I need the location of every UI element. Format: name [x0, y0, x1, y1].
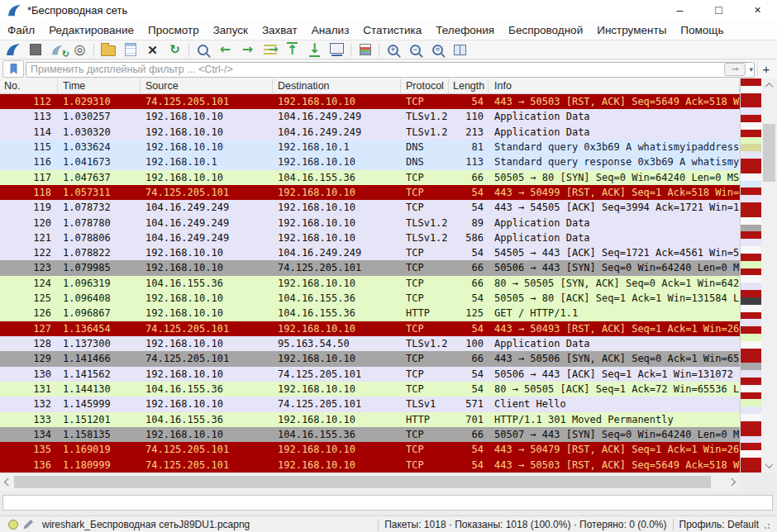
packet-row-129[interactable]: 1291.14146674.125.205.101192.168.10.10TC…	[0, 351, 740, 366]
packet-row-135[interactable]: 1351.16901974.125.205.101192.168.10.10TC…	[0, 442, 740, 457]
menu-item-analyze[interactable]: Анализ	[312, 24, 350, 36]
scroll-down-button[interactable]	[761, 458, 777, 473]
scroll-right-button[interactable]	[726, 473, 740, 491]
start-capture-button[interactable]	[2, 41, 24, 59]
scroll-up-button[interactable]	[761, 78, 777, 93]
cell-protocol: TCP	[401, 458, 449, 473]
profile-label[interactable]: Профиль: Default	[679, 519, 760, 530]
packet-row-128[interactable]: 1281.137300192.168.10.1095.163.54.50TLSv…	[0, 336, 740, 351]
menu-item-edit[interactable]: Редактирование	[49, 24, 134, 36]
packet-row-123[interactable]: 1231.079985192.168.10.1074.125.205.101TC…	[0, 260, 740, 275]
cell-time: 1.096319	[58, 276, 141, 291]
filter-history-caret-icon[interactable]: ▾	[749, 65, 753, 74]
packet-row-131[interactable]: 1311.144130104.16.155.36192.168.10.10TCP…	[0, 382, 740, 397]
restart-capture-button[interactable]: ↻	[46, 41, 69, 59]
stop-capture-button[interactable]	[24, 41, 46, 59]
column-header-source[interactable]: Source	[141, 78, 273, 93]
maximize-button[interactable]: □	[699, 0, 738, 20]
packet-row-130[interactable]: 1301.141562192.168.10.1074.125.205.101TC…	[0, 367, 740, 382]
packet-row-116[interactable]: 1161.041673192.168.10.1192.168.10.10DNS1…	[0, 154, 740, 169]
packet-row-136[interactable]: 1361.18099974.125.205.101192.168.10.10TC…	[0, 458, 740, 473]
apply-filter-button[interactable]: ➞	[724, 63, 746, 76]
find-packet-button[interactable]	[192, 41, 214, 59]
menu-item-tools[interactable]: Инструменты	[597, 24, 666, 36]
column-header-no[interactable]: No.	[0, 78, 58, 93]
capture-comment-pencil-icon[interactable]	[23, 519, 34, 530]
packet-row-124[interactable]: 1241.096319104.16.155.36192.168.10.10TCP…	[0, 276, 740, 291]
go-to-packet-button[interactable]: →	[259, 41, 281, 59]
go-to-last-button[interactable]: ↓	[303, 41, 326, 59]
display-filter-input[interactable]	[26, 62, 755, 78]
column-header-protocol[interactable]: Protocol	[401, 78, 449, 93]
resize-columns-button[interactable]	[449, 41, 471, 59]
packet-row-114[interactable]: 1141.030320192.168.10.10104.16.249.249TL…	[0, 125, 740, 140]
packet-row-117[interactable]: 1171.047637192.168.10.10104.16.155.36TCP…	[0, 170, 740, 185]
zoom-out-button[interactable]: −	[404, 41, 427, 59]
cell-source: 104.16.249.249	[141, 216, 273, 230]
cell-no: 122	[0, 245, 58, 260]
vertical-scrollbar-thumb[interactable]	[763, 124, 775, 182]
cell-no: 113	[0, 109, 58, 124]
packet-row-125[interactable]: 1251.096408192.168.10.10104.16.155.36TCP…	[0, 291, 740, 306]
packet-row-115[interactable]: 1151.033624192.168.10.10192.168.10.1DNS8…	[0, 140, 740, 154]
cell-length: 54	[449, 94, 489, 109]
filter-bookmark-button[interactable]	[2, 60, 24, 78]
reload-file-button[interactable]: ↻	[164, 41, 186, 59]
go-forward-button[interactable]: →	[236, 41, 259, 59]
packet-row-133[interactable]: 1331.151201104.16.155.36192.168.10.10HTT…	[0, 412, 740, 427]
minimap-stripe	[741, 78, 761, 86]
goto-packet-icon: →	[264, 45, 277, 55]
packet-row-122[interactable]: 1221.078822192.168.10.10104.16.249.249TC…	[0, 245, 740, 260]
vertical-scrollbar[interactable]	[761, 78, 777, 473]
go-back-button[interactable]: ←	[214, 41, 236, 59]
menu-item-file[interactable]: Файл	[7, 24, 35, 36]
zoom-original-button[interactable]: =	[427, 41, 449, 59]
column-header-destination[interactable]: Destination	[273, 78, 401, 93]
horizontal-scrollbar[interactable]	[0, 473, 740, 491]
packet-row-121[interactable]: 1211.078806104.16.249.249192.168.10.10TL…	[0, 230, 740, 245]
close-file-button[interactable]: ✕	[141, 41, 164, 59]
packet-row-113[interactable]: 1131.030257192.168.10.10104.16.249.249TL…	[0, 109, 740, 124]
horizontal-scrollbar-thumb[interactable]	[14, 476, 711, 488]
menu-item-view[interactable]: Просмотр	[148, 24, 199, 36]
zoom-in-button[interactable]: +	[382, 41, 404, 59]
cell-no: 126	[0, 306, 58, 321]
menu-item-capture[interactable]: Захват	[262, 24, 298, 36]
colorize-packets-button[interactable]	[354, 41, 376, 59]
resize-grip[interactable]	[764, 520, 772, 530]
minimize-button[interactable]: –	[660, 0, 699, 20]
packet-row-132[interactable]: 1321.145999192.168.10.1074.125.205.101TL…	[0, 397, 740, 411]
packet-row-126[interactable]: 1261.096867192.168.10.10104.16.155.36HTT…	[0, 306, 740, 321]
open-file-button[interactable]	[97, 41, 119, 59]
capture-options-button[interactable]: ◎	[69, 41, 91, 59]
add-filter-button[interactable]: +	[757, 61, 775, 77]
cell-protocol: TCP	[401, 351, 449, 366]
packet-row-120[interactable]: 1201.078780104.16.249.249192.168.10.10TL…	[0, 216, 740, 230]
packet-row-134[interactable]: 1341.158135192.168.10.10104.16.155.36TCP…	[0, 427, 740, 442]
packet-row-118[interactable]: 1181.05731174.125.205.101192.168.10.10TC…	[0, 185, 740, 200]
auto-scroll-button[interactable]	[326, 41, 348, 59]
cell-time: 1.180999	[58, 458, 141, 473]
packet-row-119[interactable]: 1191.078732104.16.249.249192.168.10.10TC…	[0, 200, 740, 215]
expert-info-icon[interactable]	[8, 520, 18, 530]
go-to-first-button[interactable]: ↑	[281, 41, 303, 59]
scroll-left-button[interactable]	[0, 473, 14, 491]
column-header-length[interactable]: Length	[449, 78, 489, 93]
wireshark-logo-icon	[7, 4, 21, 17]
save-file-button[interactable]	[119, 41, 141, 59]
menu-item-statistics[interactable]: Статистика	[363, 24, 422, 36]
packet-row-112[interactable]: 1121.02931074.125.205.101192.168.10.10TC…	[0, 94, 740, 109]
intelligent-scrollbar-minimap[interactable]	[740, 78, 761, 473]
toolbar-separator	[93, 43, 94, 57]
menu-item-telephony[interactable]: Телефония	[436, 24, 494, 36]
menu-item-wireless[interactable]: Беспроводной	[508, 24, 583, 36]
menu-item-help[interactable]: Помощь	[680, 24, 723, 36]
cell-info: Application Data	[489, 230, 740, 245]
packet-row-127[interactable]: 1271.13645474.125.205.101192.168.10.10TC…	[0, 321, 740, 336]
close-button[interactable]: ×	[738, 0, 777, 20]
bookmark-icon	[10, 64, 17, 74]
column-header-info[interactable]: Info	[489, 78, 740, 93]
packet-details-pane-inner[interactable]	[2, 495, 773, 511]
menu-item-go[interactable]: Запуск	[213, 24, 248, 36]
column-header-time[interactable]: Time	[58, 78, 141, 93]
